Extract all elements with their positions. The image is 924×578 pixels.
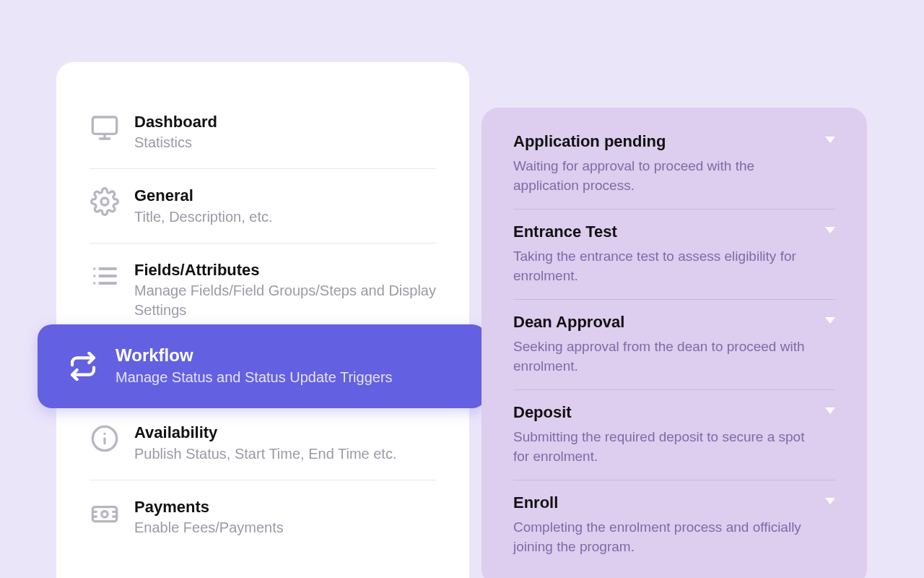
sidebar-item-workflow[interactable]: Workflow Manage Status and Status Update…	[38, 324, 487, 408]
repeat-icon	[68, 351, 98, 381]
workflow-step[interactable]: Dean Approval Seeking approval from the …	[513, 300, 835, 390]
sidebar-item-payments[interactable]: Payments Enable Fees/Payments	[90, 480, 436, 553]
workflow-step[interactable]: Application pending Waiting for approval…	[513, 132, 835, 210]
chevron-down-icon	[825, 317, 835, 324]
svg-point-14	[102, 511, 108, 517]
sidebar-item-label: Payments	[134, 498, 436, 517]
nav-text: Availability Publish Status, Start Time,…	[134, 423, 436, 463]
sidebar-item-general[interactable]: General Title, Description, etc.	[90, 169, 436, 243]
sidebar-item-sub: Manage Fields/Field Groups/Steps and Dis…	[134, 281, 436, 320]
workflow-step-title: Dean Approval	[513, 313, 835, 332]
svg-rect-0	[92, 117, 116, 134]
settings-sidebar: Dashboard Statistics General Title, Desc…	[56, 62, 469, 578]
sidebar-item-label: Workflow	[116, 345, 463, 366]
sidebar-item-availability[interactable]: Availability Publish Status, Start Time,…	[90, 406, 436, 480]
cash-icon	[90, 498, 120, 528]
monitor-icon	[90, 113, 120, 143]
workflow-step-desc: Taking the entrance test to assess eligi…	[513, 247, 835, 286]
gear-icon	[90, 186, 120, 217]
workflow-steps-panel: Application pending Waiting for approval…	[481, 108, 867, 578]
workflow-step-title: Entrance Test	[513, 223, 835, 241]
workflow-step[interactable]: Entrance Test Taking the entrance test t…	[513, 210, 835, 300]
info-icon	[90, 423, 120, 454]
nav-text: General Title, Description, etc.	[134, 186, 436, 226]
sidebar-item-sub: Publish Status, Start Time, End Time etc…	[134, 444, 436, 464]
nav-text: Payments Enable Fees/Payments	[134, 498, 436, 538]
nav-text: Dashboard Statistics	[134, 113, 436, 152]
sidebar-item-label: Fields/Attributes	[134, 261, 436, 280]
sidebar-item-dashboard[interactable]: Dashboard Statistics	[90, 95, 436, 169]
svg-point-3	[101, 198, 108, 205]
sidebar-item-sub: Statistics	[134, 133, 436, 152]
nav-text: Fields/Attributes Manage Fields/Field Gr…	[134, 261, 436, 320]
svg-rect-13	[92, 506, 116, 521]
workflow-step[interactable]: Deposit Submitting the required deposit …	[513, 390, 835, 480]
sidebar-item-fields[interactable]: Fields/Attributes Manage Fields/Field Gr…	[90, 243, 436, 337]
svg-point-9	[93, 282, 95, 284]
chevron-down-icon	[825, 407, 835, 414]
workflow-step-desc: Seeking approval from the dean to procee…	[513, 337, 835, 376]
sidebar-item-sub: Enable Fees/Payments	[134, 518, 436, 538]
workflow-step[interactable]: Enroll Completing the enrolment process …	[513, 480, 835, 557]
workflow-step-desc: Completing the enrolment process and off…	[513, 518, 835, 557]
workflow-step-title: Application pending	[513, 132, 835, 151]
svg-point-8	[93, 275, 95, 277]
sidebar-item-label: Availability	[134, 423, 436, 442]
svg-point-7	[93, 267, 95, 269]
list-icon	[90, 261, 120, 291]
sidebar-item-label: General	[134, 186, 436, 205]
chevron-down-icon	[825, 137, 835, 143]
workflow-step-title: Enroll	[513, 493, 835, 512]
nav-text: Workflow Manage Status and Status Update…	[116, 345, 463, 387]
workflow-step-title: Deposit	[513, 403, 835, 422]
workflow-step-desc: Waiting for approval to proceed with the…	[513, 157, 835, 196]
chevron-down-icon	[825, 227, 835, 233]
sidebar-item-sub: Title, Description, etc.	[134, 207, 436, 227]
workflow-step-desc: Submitting the required deposit to secur…	[513, 428, 835, 467]
sidebar-item-sub: Manage Status and Status Update Triggers	[116, 368, 463, 387]
sidebar-item-label: Dashboard	[134, 113, 436, 131]
chevron-down-icon	[825, 498, 835, 504]
